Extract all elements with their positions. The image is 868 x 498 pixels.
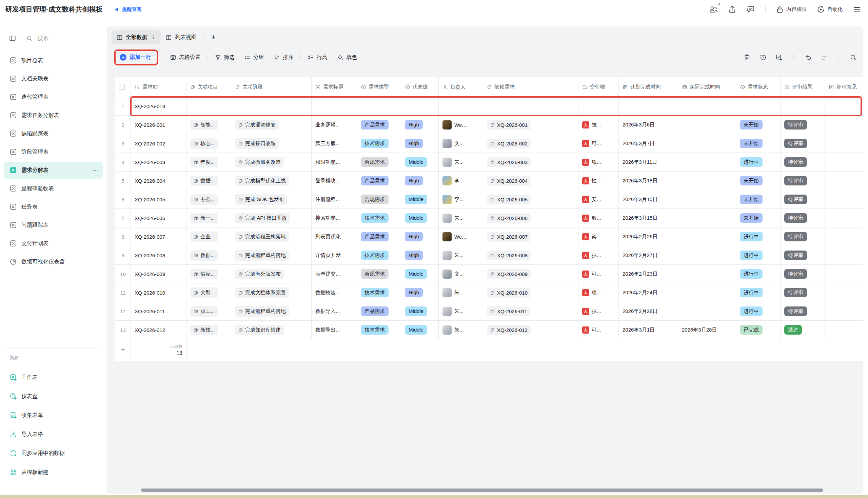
footer-add-row-button[interactable]: +: [115, 339, 131, 361]
cell-review[interactable]: 待评审: [780, 134, 825, 153]
cell-type[interactable]: 合规需求: [357, 265, 401, 284]
linked-record-chip[interactable]: XQ-2026-012: [487, 325, 531, 335]
option-chip[interactable]: 待评审: [784, 120, 807, 130]
sidebar-item-9[interactable]: 任务表: [4, 198, 103, 215]
cell-stage[interactable]: 完成流程重构落地: [231, 227, 312, 246]
cell-dep[interactable]: XQ-2026-012: [483, 321, 578, 339]
linked-record-chip[interactable]: 核心...: [190, 138, 218, 149]
cell-id[interactable]: XQ-2026-013: [131, 97, 186, 116]
linked-record-chip[interactable]: XQ-2026-011: [487, 306, 530, 316]
cell-type[interactable]: 技术需求: [357, 134, 401, 153]
option-chip[interactable]: 技术需求: [361, 288, 389, 298]
cell-title[interactable]: 权限功能...: [312, 153, 357, 172]
cell-comment[interactable]: [825, 302, 863, 321]
option-chip[interactable]: 未开始: [740, 139, 763, 148]
linked-record-chip[interactable]: 供应...: [190, 269, 218, 279]
option-chip[interactable]: 待评审: [784, 176, 807, 186]
linked-record-chip[interactable]: 新一...: [190, 213, 218, 223]
cell-review[interactable]: 待评审: [780, 209, 825, 227]
cell-owner[interactable]: 李...: [439, 172, 483, 190]
option-chip[interactable]: Middle: [405, 213, 427, 223]
cell-file[interactable]: 人项...: [578, 153, 619, 172]
linked-record-chip[interactable]: 年度...: [190, 157, 218, 168]
column-header-需求标题[interactable]: 需求标题: [312, 77, 357, 97]
column-header-优先级[interactable]: 优先级: [401, 77, 439, 97]
cell-actual[interactable]: [678, 172, 736, 190]
cell-title[interactable]: 数据校验...: [312, 284, 357, 302]
linked-record-chip[interactable]: XQ-2026-001: [487, 120, 531, 130]
cell-comment[interactable]: [825, 97, 863, 116]
cell-file[interactable]: 人项...: [578, 284, 619, 302]
cell-actual[interactable]: [678, 134, 736, 153]
cell-dep[interactable]: XQ-2026-010: [483, 284, 578, 302]
option-chip[interactable]: 进行中: [740, 269, 763, 279]
sidebar-item-12[interactable]: 数据可视化仪表盘: [4, 253, 103, 270]
cell-priority[interactable]: Middle: [401, 209, 439, 227]
option-chip[interactable]: 进行中: [740, 306, 763, 316]
add-view-button[interactable]: +: [207, 33, 220, 42]
option-chip[interactable]: Middle: [405, 269, 427, 279]
cell-owner[interactable]: 朱...: [439, 302, 483, 321]
option-chip[interactable]: 待评审: [784, 139, 807, 148]
cell-review[interactable]: 待评审: [780, 116, 825, 134]
content-permission-button[interactable]: 内容权限: [776, 5, 807, 14]
sidebar-item-7[interactable]: 需求分解表⋯: [4, 162, 103, 179]
option-chip[interactable]: 待评审: [784, 250, 807, 260]
option-chip[interactable]: Middle: [405, 195, 427, 205]
sidebar-new-item-1[interactable]: 工作表: [4, 368, 103, 386]
column-header-关联项目[interactable]: 关联项目: [186, 77, 231, 97]
linked-record-chip[interactable]: XQ-2026-002: [487, 139, 531, 148]
cell-dep[interactable]: [483, 97, 578, 116]
cell-owner[interactable]: [439, 97, 483, 116]
cell-stage[interactable]: 完成模型优化上线: [231, 172, 312, 190]
linked-record-chip[interactable]: XQ-2026-009: [487, 269, 531, 279]
option-chip[interactable]: 合规需求: [361, 157, 389, 167]
linked-record-chip[interactable]: 办公...: [190, 194, 218, 205]
linked-record-chip[interactable]: 完成海外版发布: [235, 269, 284, 279]
cell-owner[interactable]: 李...: [439, 190, 483, 209]
more-icon[interactable]: ⋯: [93, 167, 98, 173]
sidebar-item-11[interactable]: 交付计划表: [4, 235, 103, 252]
cell-dep[interactable]: XQ-2026-005: [483, 190, 578, 209]
cell-type[interactable]: 产品需求: [357, 116, 401, 134]
cell-id[interactable]: XQ-2026-009: [131, 265, 186, 284]
cell-review[interactable]: 待评审: [780, 284, 825, 302]
cell-owner[interactable]: 朱...: [439, 284, 483, 302]
linked-record-chip[interactable]: 大型...: [190, 287, 218, 298]
sidebar-new-item-3[interactable]: 收集表单: [4, 406, 103, 424]
column-header-负责人[interactable]: 负责人: [439, 77, 483, 97]
cell-dep[interactable]: XQ-2026-001: [483, 116, 578, 134]
option-chip[interactable]: High: [405, 288, 423, 298]
option-chip[interactable]: High: [405, 250, 423, 260]
cell-id[interactable]: XQ-2026-006: [131, 209, 186, 227]
option-chip[interactable]: 未开始: [740, 120, 763, 130]
linked-record-chip[interactable]: 完成接口改造: [235, 138, 279, 149]
sidebar-item-8[interactable]: 里程碑验收表: [4, 180, 103, 197]
cell-actual[interactable]: [678, 265, 736, 284]
cell-plan[interactable]: 2026年2月28日: [619, 302, 678, 321]
sidebar-item-6[interactable]: 阶段管理表: [4, 143, 103, 160]
option-chip[interactable]: Middle: [405, 157, 427, 167]
option-chip[interactable]: 进行中: [740, 232, 763, 242]
cell-dep[interactable]: XQ-2026-002: [483, 134, 578, 153]
cell-priority[interactable]: Middle: [401, 321, 439, 339]
linked-record-chip[interactable]: 完成漏洞修复: [235, 120, 279, 130]
column-header-关联阶段[interactable]: 关联阶段: [231, 77, 312, 97]
cell-review[interactable]: 待评审: [780, 265, 825, 284]
cell-stage[interactable]: [231, 97, 312, 116]
menu-icon[interactable]: [853, 5, 861, 14]
cell-id[interactable]: XQ-2026-007: [131, 227, 186, 246]
cell-type[interactable]: 技术需求: [357, 321, 401, 339]
cell-file[interactable]: 人技...: [578, 116, 619, 134]
cell-review[interactable]: 待评审: [780, 190, 825, 209]
cell-title[interactable]: 业务逻辑...: [312, 116, 357, 134]
option-chip[interactable]: 产品需求: [361, 120, 389, 130]
option-chip[interactable]: 未开始: [740, 195, 763, 205]
add-row-button[interactable]: + 添加一行: [114, 50, 158, 65]
cell-file[interactable]: 人技...: [578, 246, 619, 265]
cell-plan[interactable]: 2026年2月27日: [619, 246, 678, 265]
sidebar-item-5[interactable]: 缺陷跟踪表: [4, 125, 103, 142]
cell-actual[interactable]: [678, 116, 736, 134]
sidebar-item-10[interactable]: 问题跟踪表: [4, 217, 103, 234]
cell-comment[interactable]: [825, 227, 863, 246]
